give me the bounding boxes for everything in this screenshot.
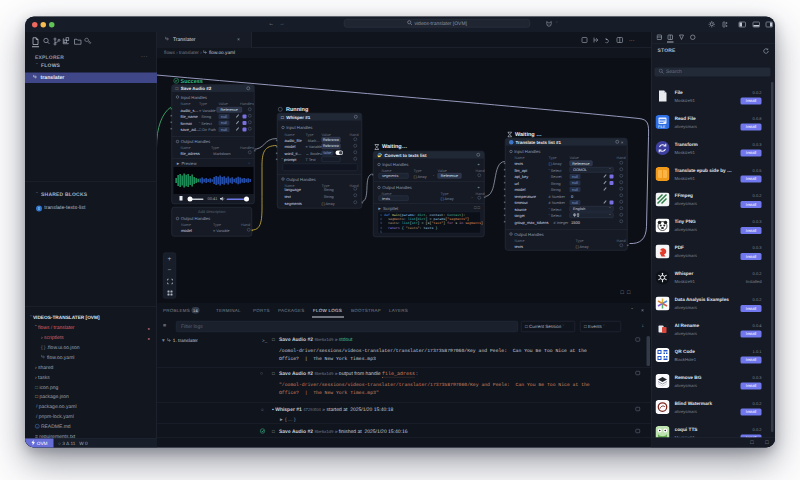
svg-text:FILE: FILE — [658, 125, 666, 129]
svg-text:P: P — [659, 250, 662, 255]
svg-text:···: ··· — [629, 37, 635, 43]
